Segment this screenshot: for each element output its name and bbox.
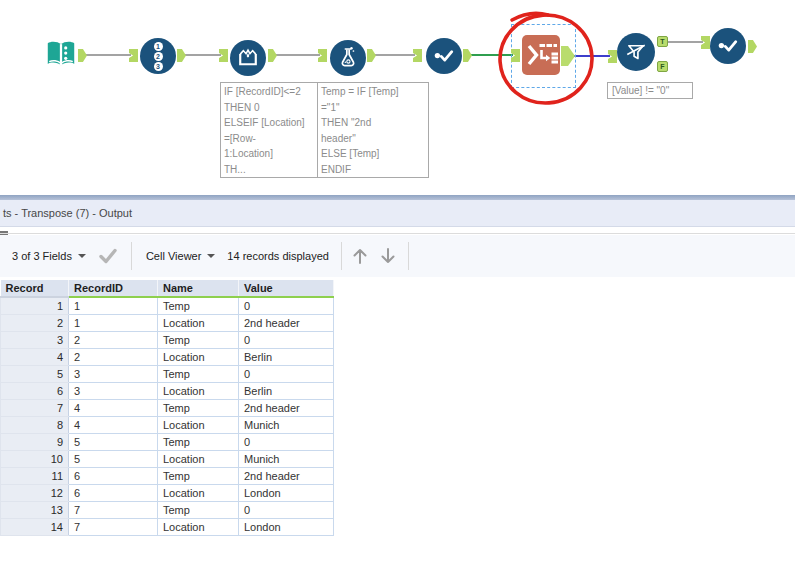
column-header-name[interactable]: Name — [158, 280, 239, 297]
column-header-record[interactable]: Record — [1, 280, 69, 297]
table-cell[interactable]: Location — [158, 417, 239, 434]
formula-tool[interactable] — [330, 40, 366, 76]
wire-transpose-to-filter — [574, 55, 610, 57]
table-cell[interactable]: Munich — [239, 417, 334, 434]
column-header-value[interactable]: Value — [239, 280, 334, 297]
table-cell[interactable]: Location — [158, 451, 239, 468]
false-output-anchor[interactable]: F — [657, 61, 668, 72]
workflow-canvas[interactable]: 1 2 3 — [0, 0, 795, 195]
output-anchor[interactable] — [367, 49, 376, 62]
table-cell[interactable]: 4 — [69, 417, 158, 434]
table-cell[interactable]: Munich — [239, 451, 334, 468]
records-displayed-label: 14 records displayed — [227, 250, 329, 262]
table-cell[interactable]: Temp — [158, 366, 239, 383]
table-cell[interactable]: 2 — [69, 332, 158, 349]
table-cell[interactable]: 2 — [69, 349, 158, 366]
table-cell[interactable]: 0 — [239, 366, 334, 383]
record-number-cell[interactable]: 9 — [1, 434, 69, 451]
column-header-recordid[interactable]: RecordID — [69, 280, 158, 297]
record-number-cell[interactable]: 1 — [1, 297, 69, 315]
output-anchor[interactable] — [748, 40, 757, 53]
table-row: 32Temp0 — [1, 332, 334, 349]
cell-viewer-dropdown[interactable]: Cell Viewer — [146, 250, 215, 262]
record-number-cell[interactable]: 12 — [1, 485, 69, 502]
table-cell[interactable]: Temp — [158, 468, 239, 485]
table-cell[interactable]: 5 — [69, 434, 158, 451]
scroll-down-arrow-icon[interactable] — [379, 247, 397, 265]
record-number-cell[interactable]: 4 — [1, 349, 69, 366]
record-id-tool[interactable]: 1 2 3 — [140, 38, 176, 74]
table-cell[interactable]: Temp — [158, 434, 239, 451]
table-cell[interactable]: 6 — [69, 485, 158, 502]
table-cell[interactable]: 3 — [69, 383, 158, 400]
table-cell[interactable]: Temp — [158, 297, 239, 315]
table-cell[interactable]: 0 — [239, 502, 334, 519]
table-cell[interactable]: Location — [158, 519, 239, 536]
output-anchor[interactable] — [463, 49, 472, 62]
table-row: 116Temp2nd header — [1, 468, 334, 485]
table-cell[interactable]: Location — [158, 383, 239, 400]
table-cell[interactable]: 2nd header — [239, 315, 334, 332]
table-row: 137Temp0 — [1, 502, 334, 519]
output-anchor[interactable] — [78, 49, 87, 62]
transpose-tool[interactable] — [522, 35, 560, 75]
record-id-123-icon: 1 2 3 — [154, 42, 163, 71]
scroll-up-arrow-icon[interactable] — [351, 247, 369, 265]
table-cell[interactable]: 4 — [69, 400, 158, 417]
wire-select-to-transpose — [471, 54, 513, 56]
table-header-row: Record RecordID Name Value — [1, 280, 334, 297]
table-cell[interactable]: London — [239, 485, 334, 502]
table-cell[interactable]: Location — [158, 485, 239, 502]
table-cell[interactable]: Temp — [158, 332, 239, 349]
table-cell[interactable]: 1 — [69, 297, 158, 315]
table-cell[interactable]: 0 — [239, 434, 334, 451]
record-number-cell[interactable]: 14 — [1, 519, 69, 536]
table-cell[interactable]: 0 — [239, 332, 334, 349]
table-cell[interactable]: London — [239, 519, 334, 536]
record-number-cell[interactable]: 6 — [1, 383, 69, 400]
table-cell[interactable]: 1 — [69, 315, 158, 332]
true-output-anchor[interactable]: T — [657, 36, 668, 47]
filter-tool[interactable] — [617, 33, 655, 71]
table-row: 95Temp0 — [1, 434, 334, 451]
table-cell[interactable]: Berlin — [239, 349, 334, 366]
record-number-cell[interactable]: 5 — [1, 366, 69, 383]
record-number-cell[interactable]: 10 — [1, 451, 69, 468]
record-number-cell[interactable]: 3 — [1, 332, 69, 349]
table-cell[interactable]: Berlin — [239, 383, 334, 400]
filter-annotation[interactable]: [Value] != "0" — [607, 82, 693, 99]
table-cell[interactable]: 5 — [69, 451, 158, 468]
table-cell[interactable]: 2nd header — [239, 468, 334, 485]
table-cell[interactable]: Temp — [158, 400, 239, 417]
table-cell[interactable]: 7 — [69, 519, 158, 536]
formula-annotation[interactable]: Temp = IF [Temp] ="1" THEN "2nd header" … — [317, 82, 429, 178]
record-number-cell[interactable]: 7 — [1, 400, 69, 417]
table-cell[interactable]: Location — [158, 349, 239, 366]
table-cell[interactable]: Temp — [158, 502, 239, 519]
record-number-cell[interactable]: 11 — [1, 468, 69, 485]
badge-1: 1 — [154, 42, 163, 51]
multi-row-formula-annotation[interactable]: IF [RecordID]<=2 THEN 0 ELSEIF [Location… — [220, 82, 318, 178]
apply-check-icon[interactable] — [98, 247, 118, 265]
record-number-cell[interactable]: 8 — [1, 417, 69, 434]
results-title-text: ts - Transpose (7) - Output — [3, 207, 132, 219]
output-anchor[interactable] — [177, 49, 186, 62]
record-number-cell[interactable]: 2 — [1, 315, 69, 332]
select-tool[interactable] — [426, 38, 462, 74]
table-cell[interactable]: 2nd header — [239, 400, 334, 417]
fields-selector-dropdown[interactable]: 3 of 3 Fields — [12, 250, 86, 262]
multi-row-formula-tool[interactable] — [230, 40, 266, 76]
open-book-icon — [44, 36, 78, 73]
input-data-tool[interactable] — [44, 36, 78, 73]
table-cell[interactable]: 3 — [69, 366, 158, 383]
table-cell[interactable]: 7 — [69, 502, 158, 519]
output-anchor[interactable] — [268, 49, 277, 62]
toolbar-separator — [408, 242, 409, 270]
record-number-cell[interactable]: 13 — [1, 502, 69, 519]
alteryx-window: 1 2 3 — [0, 0, 795, 575]
select-tool-2[interactable] — [710, 28, 746, 64]
table-cell[interactable]: 6 — [69, 468, 158, 485]
wire-formula-to-select — [375, 54, 415, 56]
table-cell[interactable]: Location — [158, 315, 239, 332]
table-cell[interactable]: 0 — [239, 297, 334, 315]
